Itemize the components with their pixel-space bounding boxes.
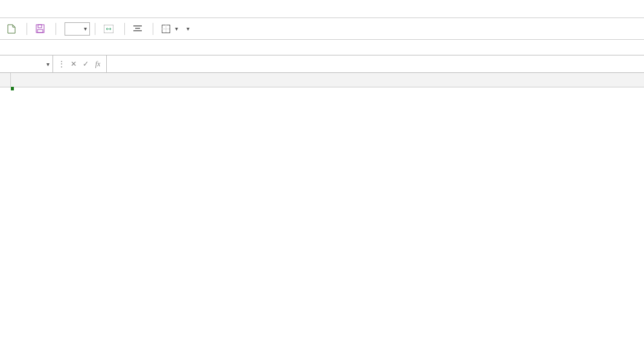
new-button[interactable] bbox=[4, 22, 22, 36]
borders-button[interactable]: ▾ bbox=[158, 23, 182, 35]
save-button[interactable] bbox=[32, 22, 51, 35]
save-icon bbox=[36, 24, 45, 33]
align-center-icon bbox=[133, 25, 142, 33]
separator bbox=[27, 23, 27, 35]
ribbon-spacer bbox=[0, 40, 644, 55]
fontsize-input[interactable] bbox=[65, 23, 81, 35]
menu-page-layout[interactable] bbox=[43, 7, 56, 11]
menu-automate[interactable] bbox=[110, 7, 122, 11]
more-icon[interactable]: ⋮ bbox=[57, 60, 66, 68]
menu-review[interactable] bbox=[83, 7, 95, 11]
center-align-button[interactable] bbox=[130, 24, 148, 34]
new-file-icon bbox=[7, 24, 16, 34]
separator bbox=[124, 23, 125, 35]
borders-icon bbox=[162, 25, 170, 33]
separator bbox=[95, 23, 95, 35]
menu-data[interactable] bbox=[70, 7, 82, 11]
menu-file[interactable] bbox=[4, 7, 16, 11]
menu-help[interactable] bbox=[123, 7, 135, 11]
menu-view[interactable] bbox=[97, 7, 109, 11]
merge-cells-icon bbox=[104, 25, 113, 33]
active-cell-indicator bbox=[11, 87, 13, 90]
chevron-down-icon[interactable]: ▾ bbox=[43, 61, 53, 68]
svg-rect-2 bbox=[37, 30, 43, 33]
menu-bar bbox=[0, 0, 644, 18]
menu-docuworks[interactable] bbox=[136, 7, 148, 11]
menu-formulas[interactable] bbox=[57, 7, 69, 11]
merge-center-button[interactable] bbox=[100, 23, 120, 35]
fx-icon[interactable]: fx bbox=[93, 60, 103, 69]
borders-dropdown-button[interactable]: ▾ bbox=[185, 24, 191, 34]
formula-input[interactable] bbox=[107, 55, 644, 72]
menu-home[interactable] bbox=[17, 7, 29, 11]
column-headers bbox=[11, 73, 644, 87]
separator bbox=[153, 23, 153, 35]
fontsize-combo[interactable]: ▾ bbox=[65, 22, 90, 36]
grid-area bbox=[0, 73, 644, 339]
chevron-down-icon: ▾ bbox=[187, 25, 190, 32]
formula-bar: ▾ ⋮ ✕ ✓ fx bbox=[0, 55, 644, 73]
toolbar: ▾ ▾ ▾ bbox=[0, 18, 644, 40]
svg-rect-1 bbox=[38, 25, 42, 28]
chevron-down-icon[interactable]: ▾ bbox=[81, 25, 89, 32]
grid-right bbox=[11, 73, 644, 339]
select-all-corner[interactable] bbox=[0, 73, 11, 87]
formula-bar-buttons: ⋮ ✕ ✓ fx bbox=[53, 55, 107, 72]
name-box[interactable]: ▾ bbox=[0, 55, 53, 72]
separator bbox=[56, 23, 56, 35]
row-headers-column bbox=[0, 73, 11, 339]
chevron-down-icon: ▾ bbox=[175, 25, 178, 32]
confirm-icon[interactable]: ✓ bbox=[81, 60, 91, 68]
menu-insert[interactable] bbox=[30, 7, 42, 11]
cancel-icon[interactable]: ✕ bbox=[69, 60, 78, 68]
